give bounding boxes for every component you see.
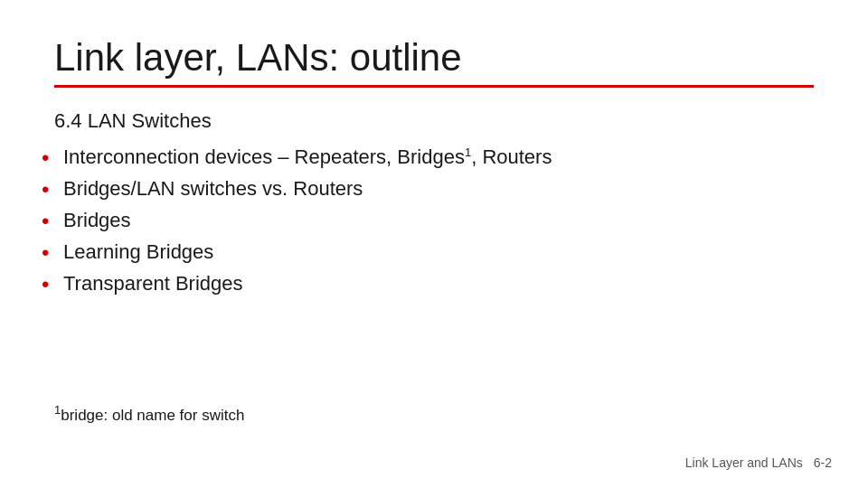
superscript-1: 1 [465,145,471,159]
bullet-text-1: Interconnection devices – Repeaters, Bri… [63,145,552,168]
bullet-text-2: Bridges/LAN switches vs. Routers [63,177,363,200]
list-item: Bridges/LAN switches vs. Routers [54,174,814,203]
footnote-text: bridge: old name for switch [61,407,244,424]
footer: Link Layer and LANs 6-2 [685,455,832,470]
footer-page: 6-2 [814,455,832,470]
footer-label: Link Layer and LANs [685,455,803,470]
bullet-text-5: Transparent Bridges [63,272,243,295]
footnote: 1bridge: old name for switch [54,403,244,425]
bullet-list: Interconnection devices – Repeaters, Bri… [54,142,814,298]
list-item: Transparent Bridges [54,268,814,298]
title-underline [54,85,814,88]
slide: Link layer, LANs: outline 6.4 LAN Switch… [0,0,868,488]
section-heading: 6.4 LAN Switches [54,109,814,133]
list-item: Learning Bridges [54,237,814,267]
list-item: Interconnection devices – Repeaters, Bri… [54,142,814,172]
list-item: Bridges [54,205,814,235]
bullet-text-3: Bridges [63,209,131,231]
bullet-text-4: Learning Bridges [63,240,213,263]
slide-title: Link layer, LANs: outline [54,36,814,80]
